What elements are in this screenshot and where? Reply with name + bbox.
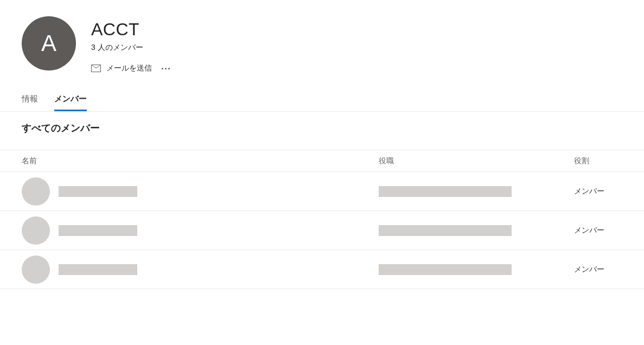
group-avatar: A: [22, 16, 76, 71]
member-avatar: [22, 177, 50, 206]
column-position[interactable]: 役職: [379, 156, 574, 166]
cell-position: [379, 225, 574, 236]
cell-role: メンバー: [574, 265, 622, 274]
redacted-position: [379, 186, 512, 197]
send-mail-button[interactable]: メールを送信: [91, 63, 152, 73]
tab-info[interactable]: 情報: [22, 94, 38, 111]
cell-name: [22, 216, 379, 245]
column-role[interactable]: 役割: [574, 156, 622, 166]
member-avatar: [22, 216, 50, 245]
cell-position: [379, 186, 574, 197]
cell-role: メンバー: [574, 226, 622, 235]
send-mail-label: メールを送信: [106, 63, 152, 73]
tab-members[interactable]: メンバー: [54, 94, 87, 111]
redacted-name: [59, 225, 137, 236]
header-actions: メールを送信: [91, 63, 170, 73]
cell-role: メンバー: [574, 187, 622, 196]
header-info: ACCT 3 人のメンバー メールを送信: [91, 16, 170, 73]
member-count: 3 人のメンバー: [91, 43, 170, 53]
tabs: 情報 メンバー: [0, 94, 644, 112]
dot-icon: [168, 68, 170, 69]
section-title: すべてのメンバー: [0, 112, 644, 135]
table-row[interactable]: メンバー: [0, 250, 644, 289]
cell-name: [22, 255, 379, 284]
table-row[interactable]: メンバー: [0, 211, 644, 250]
table-row[interactable]: メンバー: [0, 172, 644, 211]
redacted-position: [379, 225, 512, 236]
mail-icon: [91, 65, 101, 72]
cell-position: [379, 264, 574, 275]
column-name[interactable]: 名前: [22, 156, 379, 166]
redacted-position: [379, 264, 512, 275]
dot-icon: [162, 68, 163, 69]
table-header: 名前 役職 役割: [0, 150, 644, 172]
more-options-button[interactable]: [162, 68, 170, 69]
group-header: A ACCT 3 人のメンバー メールを送信: [0, 0, 644, 73]
group-title: ACCT: [91, 20, 170, 40]
member-avatar: [22, 255, 50, 284]
group-avatar-letter: A: [41, 30, 56, 56]
dot-icon: [165, 68, 167, 69]
redacted-name: [59, 186, 137, 197]
cell-name: [22, 177, 379, 206]
redacted-name: [59, 264, 137, 275]
members-table: 名前 役職 役割 メンバー メンバー: [0, 150, 644, 289]
